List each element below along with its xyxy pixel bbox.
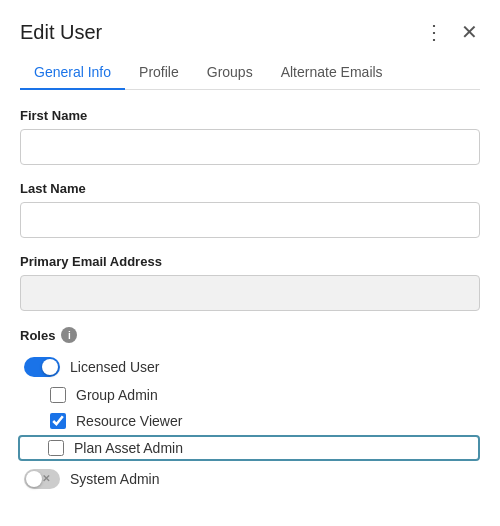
tab-profile[interactable]: Profile [125,56,193,90]
roles-section: Roles i Licensed User Group Admin Resour… [20,327,480,493]
system-admin-toggle[interactable]: ✕ [24,469,60,489]
edit-user-dialog: Edit User ⋮ ✕ General Info Profile Group… [0,0,500,519]
dialog-title: Edit User [20,21,102,44]
roles-info-icon[interactable]: i [61,327,77,343]
primary-email-input [20,275,480,311]
plan-asset-admin-checkbox[interactable] [48,440,64,456]
licensed-user-toggle[interactable] [24,357,60,377]
primary-email-field-group: Primary Email Address [20,254,480,311]
toggle-thumb [42,359,58,375]
group-admin-label: Group Admin [76,387,158,403]
tab-general-info[interactable]: General Info [20,56,125,90]
licensed-user-label: Licensed User [70,359,160,375]
last-name-field-group: Last Name [20,181,480,238]
first-name-field-group: First Name [20,108,480,165]
dialog-header: Edit User ⋮ ✕ [20,18,480,46]
resource-viewer-checkbox-wrap[interactable] [50,413,66,429]
last-name-input[interactable] [20,202,480,238]
plan-asset-admin-checkbox-wrap[interactable] [48,440,64,456]
tab-alternate-emails[interactable]: Alternate Emails [267,56,397,90]
resource-viewer-label: Resource Viewer [76,413,182,429]
header-icons: ⋮ ✕ [422,18,480,46]
role-row-resource-viewer: Resource Viewer [20,409,480,433]
last-name-label: Last Name [20,181,480,196]
tabs-bar: General Info Profile Groups Alternate Em… [20,56,480,90]
group-admin-checkbox-wrap[interactable] [50,387,66,403]
role-row-licensed-user: Licensed User [20,353,480,381]
toggle-x-icon: ✕ [42,471,50,487]
more-vert-icon: ⋮ [424,20,445,44]
role-row-plan-asset-admin: Plan Asset Admin [18,435,480,461]
close-button[interactable]: ✕ [459,18,480,46]
plan-asset-admin-label: Plan Asset Admin [74,440,183,456]
more-options-button[interactable]: ⋮ [422,18,447,46]
group-admin-checkbox[interactable] [50,387,66,403]
roles-label: Roles [20,328,55,343]
roles-label-row: Roles i [20,327,480,343]
first-name-label: First Name [20,108,480,123]
primary-email-label: Primary Email Address [20,254,480,269]
resource-viewer-checkbox[interactable] [50,413,66,429]
toggle-thumb-system-admin [26,471,42,487]
close-icon: ✕ [461,20,478,44]
role-row-system-admin: ✕ System Admin [20,465,480,493]
role-row-group-admin: Group Admin [20,383,480,407]
tab-groups[interactable]: Groups [193,56,267,90]
system-admin-label: System Admin [70,471,159,487]
first-name-input[interactable] [20,129,480,165]
